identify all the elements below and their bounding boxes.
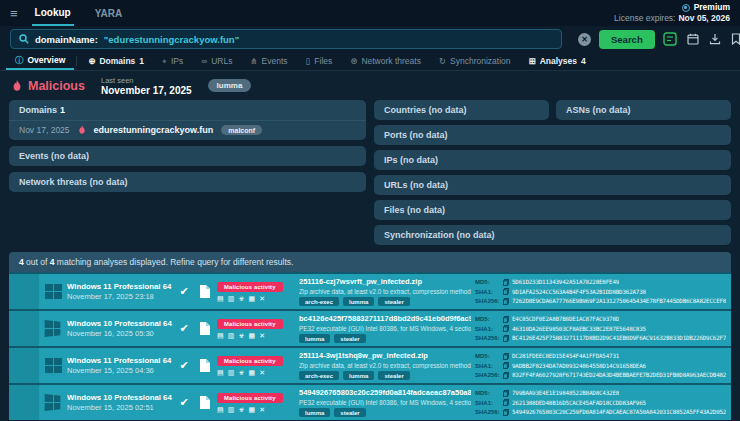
report-icon[interactable]: ▦ [249, 369, 256, 376]
malconf-tag[interactable]: malconf [221, 125, 262, 135]
files-icon[interactable]: ▤ [217, 295, 224, 302]
biohazard-icon[interactable]: ☣ [238, 406, 244, 413]
document-icon[interactable] [197, 285, 211, 298]
tab-overview[interactable]: ⓘOverview [6, 52, 74, 70]
graph-icon[interactable]: ▥ [228, 295, 235, 302]
document-icon[interactable] [197, 322, 211, 335]
biohazard-icon[interactable]: ☣ [238, 295, 244, 302]
asns-panel[interactable]: ASNs (no data) [556, 100, 731, 120]
tag-pill[interactable]: stealer [378, 371, 409, 380]
copy-icon[interactable] [503, 298, 509, 305]
md5-value[interactable]: 799BAA93E4E1E19848522B8AD8C432E8 [512, 390, 619, 396]
threat-tag[interactable]: lumma [208, 79, 252, 92]
copy-icon[interactable] [503, 316, 509, 323]
tag-pill[interactable]: arch-exec [299, 371, 339, 380]
analysis-row[interactable]: Windows 11 Professional 64 bit November … [9, 346, 731, 383]
tab-ips[interactable]: ⌖IPs [153, 52, 192, 70]
tab-domains[interactable]: ⊕Domains1 [79, 52, 153, 70]
analysis-row[interactable]: Windows 10 Professional 64 bit November … [9, 383, 731, 420]
countries-panel[interactable]: Countries (no data) [374, 100, 549, 120]
copy-icon[interactable] [503, 399, 509, 406]
tag-pill[interactable]: stealer [334, 408, 365, 417]
tools-icon[interactable]: ✕ [259, 406, 265, 413]
premium-badge[interactable]: Premium [682, 2, 730, 13]
sha1-value[interactable]: 9D1AFA2524CC563A4B4F4F53A2B1DD8BD362A738 [512, 289, 646, 295]
copy-icon[interactable] [503, 353, 509, 360]
graph-icon[interactable]: ▥ [228, 406, 235, 413]
search-button[interactable]: Search [599, 30, 655, 49]
md5-value[interactable]: 5D61D233D11343942A51A78228E8FE49 [512, 279, 619, 285]
search-input[interactable]: domainName:"edurestunningcrackyow.fun" [10, 29, 562, 49]
copy-icon[interactable] [503, 362, 509, 369]
tab-files[interactable]: ▯Files [297, 52, 342, 70]
tab-events[interactable]: ⋔Events [241, 52, 296, 70]
document-icon[interactable] [197, 396, 211, 409]
sha256-value[interactable]: 832FF4FA6027928F671743ED24DA3D4BEBBAEFE7… [512, 372, 726, 378]
document-icon[interactable] [197, 359, 211, 372]
sha1-value[interactable]: 46310DA26EE98503CF8AEBC33BC2E87E5648C835 [512, 326, 646, 332]
analysis-row[interactable]: Windows 10 Professional 64 bit November … [9, 309, 731, 346]
sha256-value[interactable]: BC4126E425F75883271117D8BD2D9C41EB0D9F6A… [512, 335, 726, 341]
copy-icon[interactable] [503, 390, 509, 397]
events-panel[interactable]: Events (no data) [9, 146, 366, 166]
tab-network-threats[interactable]: ⊛Network threats [341, 52, 430, 70]
domain-row[interactable]: Nov 17, 2025 edurestunningcrackyow.fun m… [9, 120, 366, 140]
synchronization-panel[interactable]: Synchronization (no data) [374, 225, 731, 245]
clear-search-icon[interactable]: ✕ [578, 33, 591, 46]
file-name[interactable]: 251114-3wj1tshq8w_pw_infected.zip [299, 351, 471, 360]
analysis-row[interactable]: Windows 11 Professional 64 bit November … [9, 272, 731, 309]
md5-value[interactable]: E4C85CDF0E2A8B7B8DE1AC87FAC9378D [512, 316, 619, 322]
biohazard-icon[interactable]: ☣ [238, 369, 244, 376]
copy-icon[interactable] [503, 335, 509, 342]
md5-value[interactable]: DC281FDEEC8ED15E454F4A1FFDA54731 [512, 353, 619, 359]
files-panel[interactable]: Files (no data) [374, 200, 731, 220]
domain-link[interactable]: edurestunningcrackyow.fun [94, 125, 214, 135]
tools-icon[interactable]: ✕ [259, 295, 265, 302]
graph-icon[interactable]: ▥ [228, 369, 235, 376]
biohazard-icon[interactable]: ☣ [238, 332, 244, 339]
report-icon[interactable]: ▦ [249, 332, 256, 339]
sha256-value[interactable]: 5494926765803C20C259FD0A814FADCAEAC87A50… [512, 409, 726, 415]
tag-pill[interactable]: lumma [299, 334, 330, 343]
tab-synchronization[interactable]: ↻Synchronization [430, 52, 520, 70]
sha1-value[interactable]: 2621388DED48B16D5CACE45AFAD18CCDD83AF965 [512, 400, 646, 406]
tag-pill[interactable]: lumma [343, 297, 374, 306]
ports-panel[interactable]: Ports (no data) [374, 125, 731, 145]
tag-pill[interactable]: stealer [334, 334, 365, 343]
copy-icon[interactable] [503, 279, 509, 286]
report-icon[interactable]: ▦ [249, 295, 256, 302]
tools-icon[interactable]: ✕ [259, 332, 265, 339]
files-icon[interactable]: ▤ [217, 332, 224, 339]
ips-panel[interactable]: IPs (no data) [374, 150, 731, 170]
download-icon[interactable] [709, 33, 721, 45]
copy-icon[interactable] [503, 409, 509, 416]
tab-urls[interactable]: ∞URLs [192, 52, 241, 70]
file-name[interactable]: bc4126e425f75883271117d8bd2d9c41eb0d9f6a… [299, 314, 471, 323]
file-name[interactable]: 5494926765803c20c259fd0a814fadcaeac87a50… [299, 388, 471, 397]
network-threats-panel[interactable]: Network threats (no data) [9, 172, 366, 192]
query-builder-icon[interactable] [663, 32, 677, 46]
tag-pill[interactable]: lumma [299, 408, 330, 417]
tag-pill[interactable]: lumma [343, 371, 374, 380]
tab-yara[interactable]: YARA [92, 0, 125, 26]
tab-lookup[interactable]: Lookup [32, 0, 74, 26]
copy-icon[interactable] [503, 325, 509, 332]
tab-analyses[interactable]: ⊞Analyses4 [520, 52, 595, 70]
graph-icon[interactable]: ▥ [228, 332, 235, 339]
sha256-value[interactable]: 7262D8E9CDA6A77766E9B969F2A1312750645434… [512, 298, 726, 304]
urls-panel[interactable]: URLs (no data) [374, 175, 731, 195]
tag-pill[interactable]: arch-exec [299, 297, 339, 306]
files-icon[interactable]: ▤ [217, 369, 224, 376]
copy-icon[interactable] [503, 372, 509, 379]
calendar-icon[interactable] [687, 33, 699, 45]
file-name[interactable]: 251116-czj7wsvrft_pw_infected.zip [299, 277, 471, 286]
sha1-value[interactable]: 9ADBB2F8234DA7AD09324864558D14C91658DEA6 [512, 363, 646, 369]
file-icon: ▯ [306, 57, 311, 66]
menu-icon[interactable]: ≡ [10, 7, 18, 20]
tag-pill[interactable]: stealer [378, 297, 409, 306]
files-icon[interactable]: ▤ [217, 406, 224, 413]
report-icon[interactable]: ▦ [249, 406, 256, 413]
tools-icon[interactable]: ✕ [259, 369, 265, 376]
bookmark-icon[interactable] [731, 33, 740, 45]
copy-icon[interactable] [503, 288, 509, 295]
